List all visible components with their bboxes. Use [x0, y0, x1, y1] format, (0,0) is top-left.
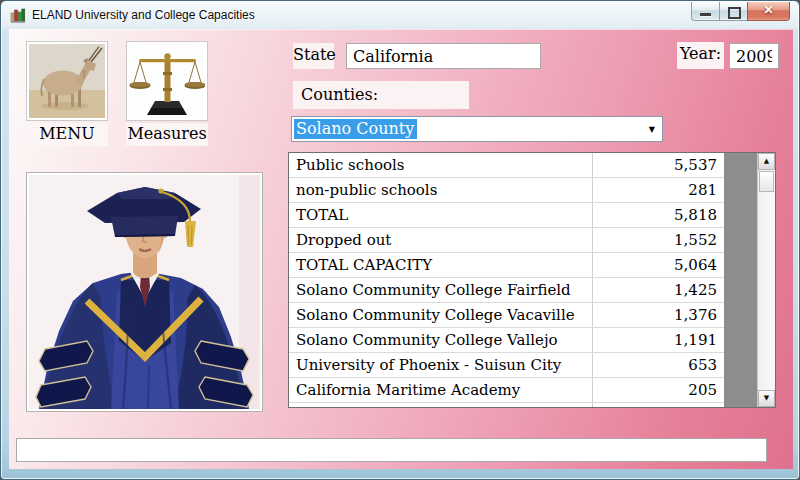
row-label: Solano Community College Fairfield [289, 278, 593, 302]
app-window: ELAND University and College Capacities … [0, 0, 800, 480]
minimize-icon [700, 13, 711, 16]
row-value: 281 [593, 178, 724, 202]
row-label: Solano Community College Vallejo [289, 328, 593, 352]
row-label: University of Phoenix - Suisun City [289, 353, 593, 377]
table-row[interactable]: University of Phoenix - Suisun City 653 [289, 353, 724, 378]
measures-button-image[interactable] [126, 41, 208, 121]
table-row-partial [289, 403, 724, 408]
year-input[interactable] [729, 43, 779, 69]
scroll-down-button[interactable]: ▼ [758, 390, 775, 407]
measures-button-label: Measures [127, 124, 206, 143]
row-value: 5,818 [593, 203, 724, 227]
table-row[interactable]: Solano Community College Vallejo 1,191 [289, 328, 724, 353]
table-row[interactable]: Public schools 5,537 [289, 153, 724, 178]
row-value: 1,191 [593, 328, 724, 352]
table-row[interactable]: TOTAL CAPACITY 5,064 [289, 253, 724, 278]
eland-antelope-icon [29, 44, 105, 118]
table-scrollbar[interactable]: ▲ ▼ [757, 153, 775, 407]
maximize-button[interactable] [720, 2, 747, 21]
row-label: non-public schools [289, 178, 593, 202]
capacity-table: Public schools 5,537 non-public schools … [288, 152, 776, 408]
table-rows: Public schools 5,537 non-public schools … [289, 153, 724, 407]
title-bar[interactable]: ELAND University and College Capacities … [1, 1, 799, 29]
measures-button[interactable]: Measures [126, 123, 208, 146]
row-value: 205 [593, 378, 724, 402]
scrollbar-track[interactable] [758, 192, 775, 390]
row-label: California Maritime Academy [289, 378, 593, 402]
year-label: Year: [677, 42, 724, 69]
scroll-down-icon: ▼ [764, 394, 769, 402]
close-button[interactable]: ✕ [747, 2, 790, 21]
row-value: 653 [593, 353, 724, 377]
maximize-icon [728, 7, 741, 19]
window-title: ELAND University and College Capacities [32, 8, 255, 22]
balance-scale-icon [129, 44, 205, 118]
county-selected-value: Solano County [294, 119, 417, 139]
row-value: 5,064 [593, 253, 724, 277]
scroll-up-icon: ▲ [764, 157, 769, 165]
minimize-button[interactable] [691, 2, 720, 21]
row-label: TOTAL [289, 203, 593, 227]
table-row[interactable]: non-public schools 281 [289, 178, 724, 203]
graduate-mannequin-icon [29, 175, 260, 409]
client-area: MENU [9, 29, 793, 469]
state-input[interactable] [346, 43, 541, 69]
row-label: Solano Community College Vacaville [289, 303, 593, 327]
scroll-up-button[interactable]: ▲ [758, 153, 775, 170]
menu-button-label: MENU [39, 124, 95, 143]
table-row[interactable]: Solano Community College Vacaville 1,376 [289, 303, 724, 328]
table-row[interactable]: TOTAL 5,818 [289, 203, 724, 228]
scrollbar-thumb[interactable] [759, 171, 774, 192]
counties-label: Counties: [293, 81, 469, 109]
row-value: 1,552 [593, 228, 724, 252]
screen: ELAND University and College Capacities … [0, 0, 800, 480]
app-icon [10, 7, 26, 23]
row-value: 5,537 [593, 153, 724, 177]
state-label: State [293, 43, 334, 69]
table-row[interactable]: Solano Community College Fairfield 1,425 [289, 278, 724, 303]
graduate-image-panel [26, 172, 263, 412]
close-icon: ✕ [748, 3, 789, 17]
window-controls: ✕ [691, 2, 790, 21]
table-filler-area [724, 153, 757, 407]
row-value: 1,425 [593, 278, 724, 302]
row-value: 1,376 [593, 303, 724, 327]
table-row[interactable]: California Maritime Academy 205 [289, 378, 724, 403]
row-label: Dropped out [289, 228, 593, 252]
chevron-down-icon[interactable]: ▼ [649, 125, 655, 134]
county-dropdown[interactable]: Solano County ▼ [291, 116, 663, 142]
message-field[interactable] [16, 438, 767, 462]
menu-button-image[interactable] [26, 41, 108, 121]
table-row[interactable]: Dropped out 1,552 [289, 228, 724, 253]
menu-button[interactable]: MENU [26, 123, 108, 146]
row-label: Public schools [289, 153, 593, 177]
row-label: TOTAL CAPACITY [289, 253, 593, 277]
